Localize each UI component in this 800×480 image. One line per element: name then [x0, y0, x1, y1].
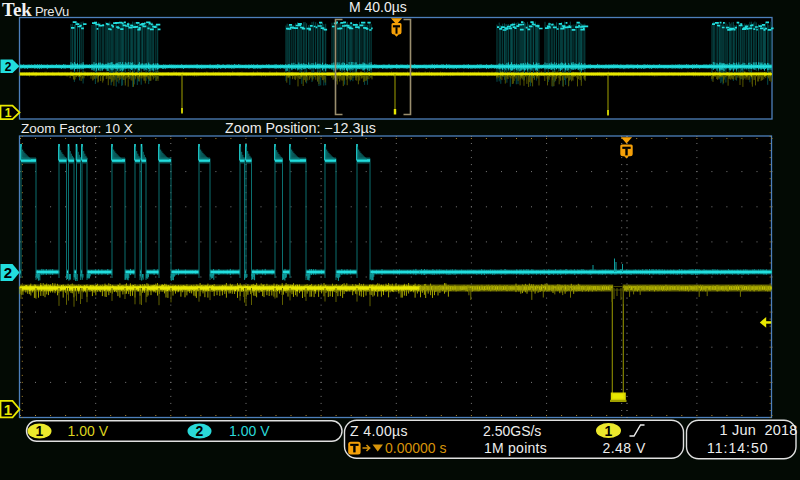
- svg-text:1: 1: [36, 423, 44, 439]
- svg-text:1.00 V: 1.00 V: [68, 423, 109, 439]
- svg-text:1: 1: [5, 106, 12, 120]
- svg-text:M 40.0µs: M 40.0µs: [349, 0, 407, 15]
- svg-text:PreVu: PreVu: [35, 4, 69, 19]
- svg-text:1: 1: [605, 423, 613, 439]
- svg-text:11:14:50: 11:14:50: [707, 440, 768, 456]
- svg-text:Z 4.00µs: Z 4.00µs: [350, 423, 408, 439]
- svg-text:Zoom Factor: 10 X: Zoom Factor: 10 X: [21, 121, 133, 136]
- svg-text:0.00000 s: 0.00000 s: [385, 440, 447, 456]
- svg-text:2: 2: [5, 60, 12, 74]
- svg-text:1.00 V: 1.00 V: [229, 423, 270, 439]
- svg-text:Zoom Position: −12.3µs: Zoom Position: −12.3µs: [225, 120, 376, 136]
- svg-text:Tek: Tek: [2, 0, 32, 20]
- svg-text:1: 1: [4, 401, 12, 418]
- svg-text:2.48 V: 2.48 V: [603, 440, 646, 456]
- svg-text:2.50GS/s: 2.50GS/s: [483, 423, 541, 439]
- svg-text:2: 2: [4, 264, 12, 281]
- svg-text:1M points: 1M points: [484, 440, 547, 456]
- svg-text:2: 2: [196, 423, 204, 439]
- svg-text:1 Jun 2018: 1 Jun 2018: [720, 422, 798, 438]
